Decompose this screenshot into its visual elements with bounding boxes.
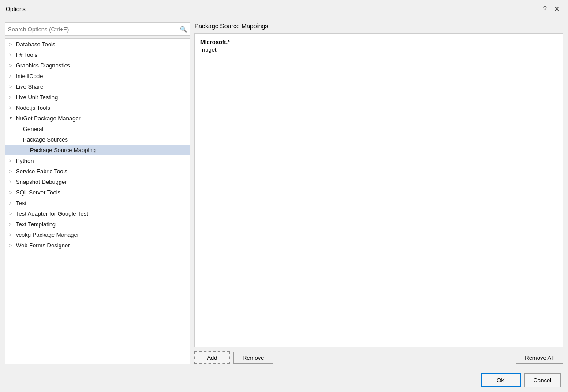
remove-button[interactable]: Remove (233, 352, 273, 364)
search-icon: 🔍 (180, 26, 187, 33)
mapping-source: nuget (200, 46, 557, 53)
dialog-title: Options (6, 6, 26, 12)
help-button[interactable]: ? (540, 5, 549, 14)
tree-label-sql-server-tools: SQL Server Tools (16, 189, 60, 196)
tree-item-python[interactable]: ▷Python (5, 155, 190, 166)
tree-arrow-live-share: ▷ (9, 84, 15, 89)
left-panel: 🔍 ▷Database Tools▷F# Tools▷Graphics Diag… (5, 22, 190, 364)
title-bar-buttons: ? ✕ (540, 5, 562, 14)
tree-arrow-intellicode: ▷ (9, 74, 15, 78)
tree-label-test-adapter-google: Test Adapter for Google Test (16, 210, 88, 217)
tree-item-nuget-package-manager[interactable]: ▼NuGet Package Manager (5, 113, 190, 123)
tree-item-fsharp-tools[interactable]: ▷F# Tools (5, 49, 190, 60)
tree-arrow-nuget-package-manager: ▼ (9, 116, 15, 120)
tree-item-sql-server-tools[interactable]: ▷SQL Server Tools (5, 187, 190, 198)
tree-item-text-templating[interactable]: ▷Text Templating (5, 219, 190, 229)
tree-item-intellicode[interactable]: ▷IntelliCode (5, 71, 190, 81)
close-button[interactable]: ✕ (551, 5, 562, 14)
tree-arrow-text-templating: ▷ (9, 222, 15, 226)
tree-arrow-service-fabric-tools: ▷ (9, 169, 15, 173)
ok-button[interactable]: OK (481, 373, 521, 387)
tree-label-web-forms-designer: Web Forms Designer (16, 242, 70, 249)
tree-arrow-sql-server-tools: ▷ (9, 190, 15, 194)
tree-label-nuget-general: General (23, 126, 43, 132)
tree-label-live-unit-testing: Live Unit Testing (16, 94, 58, 101)
cancel-button[interactable]: Cancel (524, 373, 561, 387)
tree-label-live-share: Live Share (16, 83, 43, 90)
tree-arrow-snapshot-debugger: ▷ (9, 179, 15, 184)
tree-arrow-graphics-diagnostics: ▷ (9, 63, 15, 67)
tree-item-snapshot-debugger[interactable]: ▷Snapshot Debugger (5, 176, 190, 187)
tree-label-service-fabric-tools: Service Fabric Tools (16, 168, 67, 175)
mapping-buttons: Add Remove Remove All (194, 351, 563, 364)
tree-label-fsharp-tools: F# Tools (16, 52, 37, 58)
mapping-pattern: Microsoft.* (200, 39, 557, 45)
tree-arrow-test-adapter-google: ▷ (9, 211, 15, 216)
add-button[interactable]: Add (194, 351, 230, 364)
tree-arrow-nodejs-tools: ▷ (9, 105, 15, 110)
tree-item-graphics-diagnostics[interactable]: ▷Graphics Diagnostics (5, 60, 190, 71)
tree-item-nuget-general[interactable]: General (5, 123, 190, 134)
search-input[interactable] (8, 26, 180, 33)
tree-item-test[interactable]: ▷Test (5, 198, 190, 208)
tree-item-test-adapter-google[interactable]: ▷Test Adapter for Google Test (5, 208, 190, 219)
tree-label-vcpkg-package-manager: vcpkg Package Manager (16, 231, 79, 238)
title-bar: Options ? ✕ (0, 0, 568, 18)
tree-label-python: Python (16, 157, 34, 164)
tree-label-nuget-package-manager: NuGet Package Manager (16, 115, 81, 122)
tree-arrow-vcpkg-package-manager: ▷ (9, 232, 15, 237)
tree-item-vcpkg-package-manager[interactable]: ▷vcpkg Package Manager (5, 229, 190, 240)
options-dialog: Options ? ✕ 🔍 ▷Database Tools▷F# Tools▷G… (0, 0, 568, 392)
tree-item-service-fabric-tools[interactable]: ▷Service Fabric Tools (5, 166, 190, 176)
tree-item-package-source-mapping[interactable]: Package Source Mapping (5, 145, 190, 155)
tree-arrow-web-forms-designer: ▷ (9, 243, 15, 247)
right-panel: Package Source Mappings: Microsoft.* nug… (194, 22, 563, 364)
tree-arrow-fsharp-tools: ▷ (9, 52, 15, 57)
tree-label-package-source-mapping: Package Source Mapping (30, 147, 96, 153)
tree-container[interactable]: ▷Database Tools▷F# Tools▷Graphics Diagno… (5, 38, 190, 364)
tree-arrow-database-tools: ▷ (9, 42, 15, 46)
tree-arrow-live-unit-testing: ▷ (9, 95, 15, 99)
dialog-footer: OK Cancel (0, 369, 568, 392)
tree-label-test: Test (16, 200, 26, 206)
tree-item-nodejs-tools[interactable]: ▷Node.js Tools (5, 102, 190, 113)
dialog-body: 🔍 ▷Database Tools▷F# Tools▷Graphics Diag… (0, 18, 568, 369)
tree-arrow-python: ▷ (9, 158, 15, 163)
tree-item-live-unit-testing[interactable]: ▷Live Unit Testing (5, 92, 190, 102)
tree-item-package-sources[interactable]: Package Sources (5, 134, 190, 145)
tree-label-database-tools: Database Tools (16, 41, 55, 48)
tree-item-web-forms-designer[interactable]: ▷Web Forms Designer (5, 240, 190, 250)
tree-label-snapshot-debugger: Snapshot Debugger (16, 179, 67, 185)
remove-all-button[interactable]: Remove All (516, 352, 563, 364)
mapping-area: Microsoft.* nuget (194, 33, 563, 347)
tree-label-nodejs-tools: Node.js Tools (16, 105, 50, 111)
section-title: Package Source Mappings: (194, 22, 563, 30)
tree-arrow-test: ▷ (9, 201, 15, 205)
tree-item-database-tools[interactable]: ▷Database Tools (5, 39, 190, 49)
tree-label-package-sources: Package Sources (23, 136, 68, 143)
tree-item-live-share[interactable]: ▷Live Share (5, 81, 190, 92)
tree-label-graphics-diagnostics: Graphics Diagnostics (16, 62, 70, 69)
tree-label-intellicode: IntelliCode (16, 73, 43, 79)
search-box[interactable]: 🔍 (5, 22, 190, 36)
tree-label-text-templating: Text Templating (16, 221, 56, 228)
